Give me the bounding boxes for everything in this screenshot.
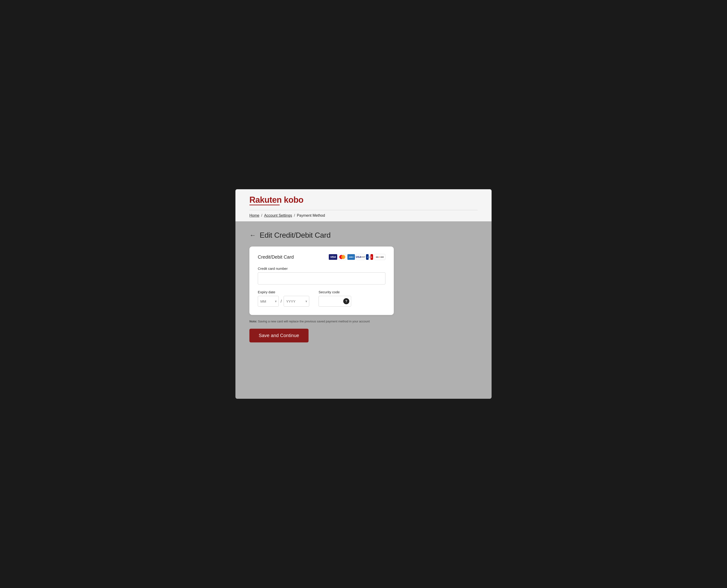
visa-debit-icon: VISA DEBIT <box>356 254 365 260</box>
page-container: Rakuten kobo Home / Account Settings / P… <box>235 189 492 399</box>
jcb-white: C <box>369 255 371 259</box>
visa-icon: VISA <box>329 254 337 260</box>
breadcrumb-sep1: / <box>261 213 262 218</box>
discover-icon: DIS ● VER <box>374 254 386 260</box>
jcb-text3: B <box>371 256 372 258</box>
discover-text2: VER <box>380 256 383 258</box>
discover-dot-icon: ● <box>379 256 380 258</box>
jcb-red: B <box>371 255 373 259</box>
page-title: Edit Credit/Debit Card <box>259 231 331 239</box>
logo-area: Rakuten kobo <box>249 196 478 210</box>
page-title-row: ← Edit Credit/Debit Card <box>249 231 478 239</box>
visa-debit-label: DEBIT <box>361 256 365 258</box>
save-continue-button[interactable]: Save and Continue <box>249 329 309 342</box>
expiry-section: Expiry date MM 01 02 03 04 05 06 <box>258 290 309 307</box>
visa-text: VISA <box>330 256 336 258</box>
security-label: Security code <box>318 290 351 294</box>
credit-card-number-field: Credit card number <box>258 267 386 285</box>
security-input-wrapper: ? <box>318 296 351 307</box>
visa-debit-text: VISA <box>356 256 361 258</box>
breadcrumb-home[interactable]: Home <box>249 213 259 218</box>
jcb-blue: J <box>367 255 369 259</box>
card-form-container: Credit/Debit Card VISA AMEX <box>249 247 394 315</box>
expiry-inputs: MM 01 02 03 04 05 06 07 08 09 10 <box>258 296 309 307</box>
card-form-header: Credit/Debit Card VISA AMEX <box>258 254 386 260</box>
breadcrumb-account-settings[interactable]: Account Settings <box>264 213 292 218</box>
card-form-title: Credit/Debit Card <box>258 254 294 260</box>
expiry-slash: / <box>281 299 282 304</box>
note-body: Saving a new card will replace the previ… <box>257 320 370 323</box>
header: Rakuten kobo Home / Account Settings / P… <box>235 189 492 222</box>
breadcrumb-sep2: / <box>294 213 295 218</box>
jcb-icon: J C B <box>366 254 373 260</box>
mc-right-circle <box>341 255 345 259</box>
logo-rakuten: Rakuten <box>249 195 284 205</box>
security-question-icon[interactable]: ? <box>343 298 349 304</box>
expiry-security-row: Expiry date MM 01 02 03 04 05 06 <box>258 290 386 307</box>
note-label: Note: <box>249 320 257 323</box>
discover-text: DIS <box>376 256 379 258</box>
mastercard-icon <box>338 254 346 260</box>
jcb-inner: J C B <box>367 255 373 259</box>
expiry-mm-select[interactable]: MM 01 02 03 04 05 06 07 08 09 10 <box>258 296 279 307</box>
back-arrow-icon[interactable]: ← <box>249 232 256 238</box>
logo-underline <box>249 205 280 205</box>
security-section: Security code ? <box>318 290 351 307</box>
logo[interactable]: Rakuten kobo <box>249 196 304 204</box>
content-area: ← Edit Credit/Debit Card Credit/Debit Ca… <box>235 222 492 356</box>
expiry-yyyy-select[interactable]: YYYY 2024 2025 2026 2027 2028 2029 2030 <box>284 296 309 307</box>
payment-icons: VISA AMEX VISA DEBIT <box>329 254 386 260</box>
breadcrumb: Home / Account Settings / Payment Method <box>249 210 478 222</box>
amex-text: AMEX <box>349 256 353 258</box>
expiry-label: Expiry date <box>258 290 309 294</box>
card-number-label: Credit card number <box>258 267 386 271</box>
note-text: Note: Saving a new card will replace the… <box>249 320 394 323</box>
amex-icon: AMEX <box>347 254 355 260</box>
expiry-mm-wrapper: MM 01 02 03 04 05 06 07 08 09 10 <box>258 296 279 307</box>
logo-kobo: kobo <box>284 195 304 205</box>
jcb-text2: C <box>369 256 370 258</box>
breadcrumb-current: Payment Method <box>297 213 325 218</box>
card-number-input[interactable] <box>258 272 386 285</box>
jcb-text: J <box>367 256 368 258</box>
expiry-yyyy-wrapper: YYYY 2024 2025 2026 2027 2028 2029 2030 <box>284 296 309 307</box>
